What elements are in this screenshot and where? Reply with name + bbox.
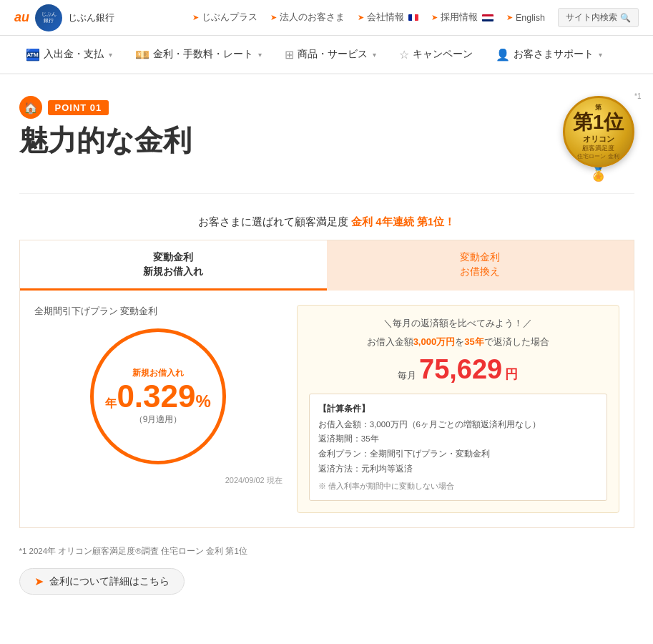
award-brand: オリコン [583,134,614,145]
point-header: 🏠 POINT 01 魅力的な金利 *1 第 第1位 オリコン 顧客満足度 住宅… [19,96,634,182]
detail-button[interactable]: ➤ 金利について詳細はこちら [19,568,185,595]
arrow-icon: ➤ [270,13,277,22]
rate-nen: 年 [105,396,117,411]
chevron-down-icon: ▾ [258,51,262,59]
award-footnote: *1 [634,92,641,100]
point-badge: POINT 01 [48,100,109,115]
nav-rate[interactable]: 💴 金利・手数料・レート ▾ [124,35,273,74]
rate-circle-container: 新規お借入れ 年 0.329 % （9月適用） [34,328,283,464]
point-badge-row: 🏠 POINT 01 [19,96,192,119]
date-note: 2024/09/02 現在 [34,475,283,486]
yen-label: 円 [505,367,518,381]
rate-main: 年 0.329 % [105,381,210,412]
highlight-kinri: 金利 [351,215,373,228]
award-number-label: 第1位 [573,112,624,132]
bank-name-label: じぶん銀行 [68,11,114,24]
conditions-box: 【計算条件】 お借入金額：3,000万円（6ヶ月ごとの増額返済利用なし） 返済期… [309,394,607,501]
rate-circle: 新規お借入れ 年 0.329 % （9月適用） [90,328,226,464]
rate-type-label: 新規お借入れ [132,367,184,379]
point-left: 🏠 POINT 01 魅力的な金利 [19,96,192,156]
detail-button-label: 金利について詳細はこちら [49,575,170,588]
deposit-icon: 🏧 [26,48,40,62]
tabs-row: 変動金利 新規お借入れ 変動金利 お借換え [20,240,634,291]
section-title: 魅力的な金利 [19,125,192,156]
condition-line-3: 金利プラン：全期間引下げプラン・変動金利 [318,447,598,462]
nav-deposit[interactable]: 🏧 入出金・支払 ▾ [14,35,124,74]
top-nav: ➤ じぶんプラス ➤ 法人のお客さま ➤ 会社情報 ➤ 採用情報 ➤ Engli… [192,8,639,27]
monthly-amount-value: 75,629 [419,354,502,384]
button-arrow-icon: ➤ [34,575,44,588]
right-panel: ＼毎月の返済額を比べてみよう！／ お借入金額3,000万円を35年で返済した場合… [297,305,619,513]
bank-badge: じぶん銀行 [35,4,62,31]
tab-karikae[interactable]: 変動金利 お借換え [327,240,634,291]
nav-campaign[interactable]: ☆ キャンペーン [388,35,484,74]
divider [19,193,634,194]
campaign-icon: ☆ [399,48,409,62]
highlight-rank: 第1位！ [417,215,455,228]
award-satisfaction: 顧客満足度 [582,145,614,153]
award-1st: 第1位 [573,111,624,133]
tab-content: 全期間引下げプラン 変動金利 新規お借入れ 年 0.329 % （9月適用） 2… [20,291,634,527]
top-nav-english[interactable]: ➤ English [506,13,545,23]
rate-number: 0.329 [117,381,195,412]
condition-line-1: お借入金額：3,000万円（6ヶ月ごとの増額返済利用なし） [318,417,598,432]
rate-percent: % [196,391,211,411]
france-flag-icon [408,14,418,21]
nav-support[interactable]: 👤 お客さまサポート ▾ [484,35,614,74]
award-circle: 第 第1位 オリコン 顧客満足度 住宅ローン 金利 [563,96,634,167]
nav-products[interactable]: ⊞ 商品・サービス ▾ [273,35,388,74]
highlight-years: 4年連続 [375,215,413,228]
compare-title: ＼毎月の返済額を比べてみよう！／ [309,317,607,330]
chevron-down-icon: ▾ [109,51,112,59]
loan-term: 35年 [464,336,483,347]
condition-line-4: 返済方法：元利均等返済 [318,462,598,477]
tagline: お客さまに選ばれて顧客満足度 金利 4年連続 第1位！ [19,215,634,229]
top-nav-corporate[interactable]: ➤ 法人のお客さま [270,11,345,24]
loan-info: お借入金額3,000万円を35年で返済した場合 [309,336,607,348]
tabs-container: 変動金利 新規お借入れ 変動金利 お借換え 全期間引下げプラン 変動金利 新規お… [19,240,634,528]
support-icon: 👤 [496,48,510,62]
rate-month-note: （9月適用） [134,414,182,426]
search-button[interactable]: サイト内検索 🔍 [558,8,639,27]
tab-shinki[interactable]: 変動金利 新規お借入れ [20,240,327,291]
monthly-label: 毎月 [398,370,416,381]
condition-note: ※ 借入利率が期間中に変動しない場合 [318,479,598,494]
main-nav: 🏧 入出金・支払 ▾ 💴 金利・手数料・レート ▾ ⊞ 商品・サービス ▾ ☆ … [0,36,653,74]
arrow-icon: ➤ [431,13,438,22]
loan-amount: 3,000万円 [413,336,456,347]
products-icon: ⊞ [285,48,294,62]
top-nav-jibuplus[interactable]: ➤ じぶんプラス [192,11,257,24]
monthly-amount-display: 毎月 75,629 円 [309,354,607,385]
logo-area: au じぶん銀行 じぶん銀行 [14,4,114,31]
house-icon: 🏠 [19,96,42,119]
award-badge: *1 第 第1位 オリコン 顧客満足度 住宅ローン 金利 🏅 [563,96,634,182]
arrow-icon: ➤ [358,13,364,22]
arrow-icon: ➤ [192,13,199,22]
condition-line-2: 返済期間：35年 [318,431,598,447]
footer-footnote: *1 2024年 オリコン顧客満足度®調査 住宅ローン 金利 第1位 [19,546,634,557]
plan-label: 全期間引下げプラン 変動金利 [34,305,283,318]
search-label: サイト内検索 [566,11,617,24]
conditions-title: 【計算条件】 [318,401,598,417]
chevron-down-icon: ▾ [599,51,602,59]
left-panel: 全期間引下げプラン 変動金利 新規お借入れ 年 0.329 % （9月適用） 2… [34,305,297,513]
top-nav-recruit[interactable]: ➤ 採用情報 [431,11,494,24]
main-content: 🏠 POINT 01 魅力的な金利 *1 第 第1位 オリコン 顧客満足度 住宅… [5,74,649,623]
uk-flag-icon [482,14,494,21]
au-logo: au [14,10,29,25]
rate-icon: 💴 [135,48,149,62]
chevron-down-icon: ▾ [373,51,376,59]
search-icon: 🔍 [620,13,631,23]
top-bar: au じぶん銀行 じぶん銀行 ➤ じぶんプラス ➤ 法人のお客さま ➤ 会社情報… [0,0,653,36]
arrow-icon: ➤ [506,13,513,22]
top-nav-company[interactable]: ➤ 会社情報 [358,11,418,24]
award-sub: 住宅ローン 金利 [577,153,619,160]
